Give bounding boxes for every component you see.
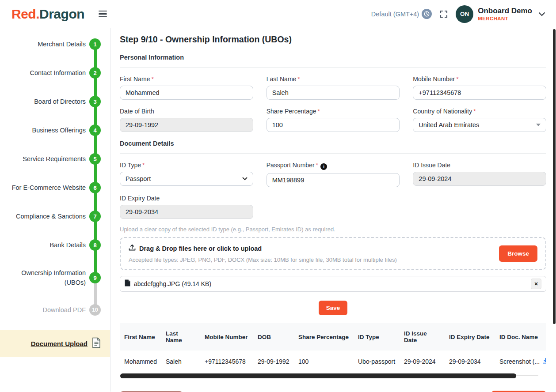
cell-dob: 29-09-1992 — [253, 351, 294, 373]
nationality-value: United Arab Emirates — [419, 121, 479, 128]
timezone-selector[interactable]: Default (GMT+4) — [371, 9, 432, 19]
col-first-name: First Name — [120, 323, 161, 351]
remove-file-button[interactable]: ✕ — [531, 279, 541, 289]
step-label: Contact Information — [30, 68, 86, 78]
field-id-expiry-date: ID Expiry Date 29-09-2034 — [120, 195, 253, 219]
required-marker: * — [151, 75, 153, 83]
field-passport-number: Passport Number*i MM198899 — [267, 162, 400, 187]
sidebar-step-board-of-directors[interactable]: Board of Directors 3 — [4, 96, 101, 107]
col-id-expiry-date: ID Expiry Date — [445, 323, 495, 351]
brand-logo-red: Red — [11, 7, 36, 21]
col-last-name: Last Name — [161, 323, 200, 351]
sidebar-step-bank-details[interactable]: Bank Details 8 — [4, 239, 101, 251]
sidebar-step-ownership-information[interactable]: Ownership Information (UBOs) 9 — [4, 268, 101, 288]
required-marker: * — [318, 108, 320, 115]
step-number-badge: 3 — [89, 96, 101, 107]
col-share-percentage: Share Percentage — [294, 323, 354, 351]
field-last-name: Last Name* Saleh — [267, 75, 400, 100]
section-personal-information: Personal Information — [120, 54, 546, 61]
dropzone-title: Drag & Drop files here or click to uploa… — [139, 245, 262, 252]
cell-id-issue-date: 29-09-2024 — [400, 351, 445, 373]
id-type-select[interactable]: Passport — [120, 172, 253, 186]
save-button[interactable]: Save — [319, 301, 348, 315]
onboarding-page: Red.Dragon Default (GMT+4) ON Onboard De… — [0, 0, 556, 392]
file-name: abcdefgghg.JPG (49.14 KB) — [134, 280, 211, 287]
last-name-label: Last Name* — [267, 75, 400, 83]
page-vertical-scrollbar-thumb[interactable] — [553, 29, 556, 324]
first-name-label: First Name* — [120, 75, 253, 83]
field-id-type: ID Type* Passport — [120, 162, 253, 187]
section-document-details: Document Details — [120, 140, 546, 147]
timezone-label: Default (GMT+4) — [371, 11, 419, 18]
avatar: ON — [456, 5, 473, 23]
step-label: Compliance & Sanctions — [16, 211, 86, 221]
table-row: Mohammed Saleh +97112345678 29-09-1992 1… — [120, 351, 546, 373]
step-label: Service Requirements — [23, 154, 86, 164]
step-label: Bank Details — [50, 240, 86, 250]
first-name-input[interactable]: Mohammed — [120, 86, 253, 100]
scrollbar-thumb[interactable] — [120, 373, 516, 378]
sidebar-step-download-pdf[interactable]: Download PDF 10 — [4, 304, 101, 316]
id-issue-date-label: ID Issue Date — [413, 162, 546, 169]
col-dob: DOB — [253, 323, 294, 351]
nationality-label: Country of Nationality* — [413, 108, 546, 115]
field-country-of-nationality: Country of Nationality* United Arab Emir… — [413, 108, 546, 132]
top-header: Red.Dragon Default (GMT+4) ON Onboard De… — [0, 0, 556, 28]
chevron-down-icon — [242, 177, 248, 181]
sidebar-item-document-upload[interactable]: Document Upload — [0, 330, 110, 357]
sidebar-step-merchant-details[interactable]: Merchant Details 1 — [4, 38, 101, 50]
main-content: Step 9/10 - Ownership Information (UBOs)… — [110, 28, 556, 392]
step-number-badge: 8 — [89, 239, 101, 251]
step-number-badge: 10 — [89, 304, 101, 316]
user-menu[interactable]: ON Onboard Demo MERCHANT — [456, 5, 545, 23]
table-header-row: First Name Last Name Mobile Number DOB S… — [120, 323, 546, 351]
required-marker: * — [456, 75, 458, 83]
cell-first-name: Mohammed — [120, 351, 161, 373]
upload-hint-text: Upload a clear copy of the selected ID t… — [120, 226, 546, 233]
share-percentage-input[interactable]: 100 — [267, 118, 400, 132]
stepper-sidebar: Merchant Details 1 Contact Information 2… — [0, 28, 110, 392]
nationality-select[interactable]: United Arab Emirates — [413, 118, 546, 132]
last-name-input[interactable]: Saleh — [267, 86, 400, 100]
id-expiry-date-input: 29-09-2034 — [120, 205, 253, 219]
field-share-percentage: Share Percentage* 100 — [267, 108, 400, 132]
browse-button[interactable]: Browse — [499, 245, 537, 262]
step-label: Board of Directors — [34, 97, 86, 106]
id-type-value: Passport — [126, 175, 151, 182]
col-id-issue-date: ID Issue Date — [400, 323, 445, 351]
brand-logo: Red.Dragon — [11, 7, 84, 22]
share-percentage-label: Share Percentage* — [267, 108, 400, 115]
user-role-badge: MERCHANT — [478, 15, 532, 22]
uploaded-file-row: abcdefgghg.JPG (49.14 KB) ✕ — [120, 276, 546, 292]
menu-icon[interactable] — [97, 9, 109, 19]
upload-icon — [129, 244, 136, 253]
cell-share-percentage: 100 — [294, 351, 354, 373]
info-icon[interactable]: i — [320, 163, 327, 170]
sidebar-step-contact-information[interactable]: Contact Information 2 — [4, 67, 101, 79]
passport-number-input[interactable]: MM198899 — [267, 173, 400, 187]
user-name: Onboard Demo — [478, 6, 532, 15]
divider — [120, 153, 546, 154]
file-icon — [125, 279, 130, 288]
file-dropzone[interactable]: Drag & Drop files here or click to uploa… — [120, 237, 546, 270]
sidebar-step-service-requirements[interactable]: Service Requirements 5 — [4, 153, 101, 165]
cell-id-doc-name: Screenshot (... — [495, 351, 546, 373]
step-label: Business Offerings — [32, 125, 86, 135]
download-icon[interactable] — [542, 358, 546, 366]
mobile-number-input[interactable]: +97112345678 — [413, 86, 546, 100]
table-horizontal-scrollbar — [120, 373, 546, 379]
step-label: Merchant Details — [38, 39, 86, 49]
step-number-badge: 1 — [89, 38, 101, 50]
sidebar-step-compliance-sanctions[interactable]: Compliance & Sanctions 7 — [4, 211, 101, 222]
step-number-badge: 6 — [89, 182, 101, 193]
step-label: For E-Commerce Website — [12, 183, 86, 192]
step-label: Ownership Information (UBOs) — [16, 268, 86, 288]
step-label: Download PDF — [42, 305, 86, 315]
step-number-badge: 9 — [89, 272, 101, 283]
sidebar-step-business-offerings[interactable]: Business Offerings 4 — [4, 124, 101, 136]
field-mobile-number: Mobile Number* +97112345678 — [413, 75, 546, 100]
id-expiry-date-label: ID Expiry Date — [120, 195, 253, 202]
fullscreen-icon[interactable] — [439, 9, 449, 19]
dropzone-subtitle: Accepted file types: JPEG, PNG, PDF, DOC… — [129, 256, 397, 263]
sidebar-step-ecommerce-website[interactable]: For E-Commerce Website 6 — [4, 182, 101, 193]
